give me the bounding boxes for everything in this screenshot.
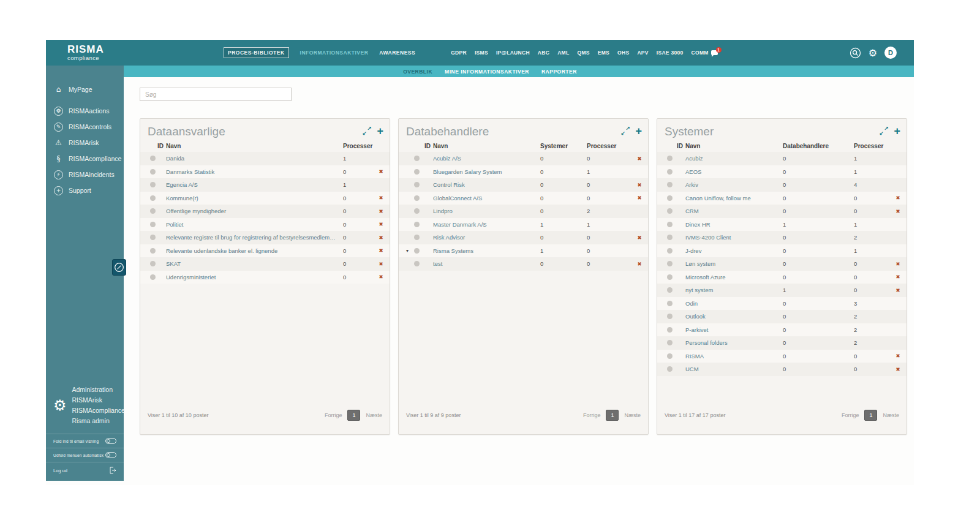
table-row[interactable]: Bluegarden Salary System01 — [399, 165, 648, 179]
subnav-mine-informationsaktiver[interactable]: MINE INFORMATIONSAKTIVER — [445, 69, 529, 75]
delete-icon[interactable]: ✖ — [635, 156, 644, 162]
pagination-next[interactable]: Næste — [366, 412, 382, 418]
delete-icon[interactable]: ✖ — [376, 247, 386, 254]
table-row[interactable]: UCM00✖ — [657, 363, 907, 376]
module-abc[interactable]: ABC — [538, 50, 549, 56]
table-row[interactable]: Arkiv04 — [657, 178, 907, 192]
search-input[interactable] — [140, 88, 292, 101]
sidebar-item-rismacontrols[interactable]: ✎RISMAcontrols — [46, 119, 124, 135]
delete-icon[interactable]: ✖ — [893, 366, 903, 372]
subnav-rapporter[interactable]: RAPPORTER — [541, 69, 577, 75]
delete-icon[interactable]: ✖ — [376, 168, 386, 175]
module-isae-3000[interactable]: ISAE 3000 — [657, 50, 684, 56]
table-row[interactable]: Politiet0✖ — [140, 218, 390, 232]
row-name-link[interactable]: Relevante udenlandske banker el. lignend… — [166, 247, 343, 254]
module-qms[interactable]: QMS — [577, 50, 589, 56]
add-button[interactable]: + — [635, 127, 642, 135]
expand-icon[interactable]: ↗↙ — [621, 127, 629, 135]
table-row[interactable]: Microsoft Azure00✖ — [657, 271, 907, 284]
table-row[interactable]: Risk Advisor00✖ — [399, 231, 648, 244]
table-row[interactable]: Lindpro02 — [399, 205, 648, 218]
sidebar-item-support[interactable]: +Support — [46, 183, 124, 198]
delete-icon[interactable]: ✖ — [635, 182, 644, 188]
pagination-next[interactable]: Næste — [883, 412, 899, 418]
table-row[interactable]: Egencia A/S1 — [140, 178, 390, 192]
pagination-page[interactable]: 1 — [606, 410, 619, 421]
row-name-link[interactable]: Risma Systems — [433, 247, 540, 254]
row-name-link[interactable]: Bluegarden Salary System — [433, 168, 540, 175]
module-ohs[interactable]: OHS — [617, 50, 629, 56]
table-row[interactable]: Danmarks Statistik0✖ — [140, 165, 390, 179]
row-name-link[interactable]: Lindpro — [433, 208, 540, 214]
row-name-link[interactable]: Canon Uniflow, follow me — [685, 195, 783, 201]
delete-icon[interactable]: ✖ — [635, 261, 644, 267]
chevron-down-icon[interactable]: ▾ — [406, 248, 412, 254]
row-name-link[interactable]: Outlook — [685, 313, 783, 320]
row-name-link[interactable]: GlobalConnect A/S — [433, 195, 540, 201]
delete-icon[interactable]: ✖ — [376, 235, 386, 241]
module-aml[interactable]: AML — [557, 50, 569, 56]
table-row[interactable]: RISMA00✖ — [657, 350, 907, 363]
row-name-link[interactable]: Dinex HR — [685, 221, 783, 228]
search-icon[interactable] — [850, 47, 861, 59]
table-row[interactable]: Danida1 — [140, 152, 390, 165]
module-ems[interactable]: EMS — [598, 50, 609, 56]
subnav-overblik[interactable]: OVERBLIK — [403, 69, 432, 75]
table-row[interactable]: Løn system00✖ — [657, 257, 907, 271]
delete-icon[interactable]: ✖ — [376, 221, 386, 227]
sidebar-item-rismaincidents[interactable]: ⚡RISMAincidents — [46, 167, 124, 183]
delete-icon[interactable]: ✖ — [893, 274, 903, 280]
expand-icon[interactable]: ↗↙ — [363, 127, 371, 135]
admin-link-rismarisk[interactable]: RISMArisk — [72, 395, 125, 405]
table-row[interactable]: Dinex HR11 — [657, 218, 907, 232]
row-name-link[interactable]: Kommune(r) — [166, 195, 343, 201]
row-name-link[interactable]: IVMS-4200 Client — [685, 234, 783, 241]
table-row[interactable]: SKAT0✖ — [140, 257, 390, 271]
nav-proces-bibliotek[interactable]: PROCES-BIBLIOTEK — [224, 47, 289, 58]
nav-informationsaktiver[interactable]: INFORMATIONSAKTIVER — [300, 50, 369, 56]
app-logo[interactable]: RISMA compliance — [67, 44, 141, 61]
sidebar-item-mypage[interactable]: ⌂MyPage — [46, 81, 124, 97]
table-row[interactable]: test00✖ — [399, 257, 648, 271]
row-name-link[interactable]: Danmarks Statistik — [166, 168, 343, 175]
table-row[interactable]: P-arkivet02 — [657, 323, 907, 337]
table-row[interactable]: Relevante registre til brug for registre… — [140, 231, 390, 244]
table-row[interactable]: Outlook02 — [657, 310, 907, 323]
module-gdpr[interactable]: GDPR — [451, 50, 467, 56]
row-name-link[interactable]: Acubiz A/S — [433, 155, 540, 162]
row-name-link[interactable]: Egencia A/S — [166, 181, 343, 188]
row-name-link[interactable]: Arkiv — [685, 181, 783, 188]
table-row[interactable]: Acubiz A/S00✖ — [399, 152, 648, 165]
module-apv[interactable]: APV — [637, 50, 648, 56]
table-row[interactable]: CRM00✖ — [657, 205, 907, 218]
delete-icon[interactable]: ✖ — [893, 353, 903, 359]
table-row[interactable]: Kommune(r)0✖ — [140, 192, 390, 205]
avatar[interactable]: D — [884, 47, 897, 59]
row-name-link[interactable]: Offentlige myndigheder — [166, 208, 343, 214]
table-row[interactable]: Control Risk00✖ — [399, 178, 648, 192]
chat-bubble-icon[interactable]: 1 — [711, 50, 718, 55]
row-name-link[interactable]: test — [433, 260, 540, 267]
table-row[interactable]: Odin03 — [657, 297, 907, 311]
row-name-link[interactable]: Danida — [166, 155, 343, 162]
row-name-link[interactable]: Personal folders — [685, 339, 783, 346]
table-row[interactable]: IVMS-4200 Client02 — [657, 231, 907, 244]
row-name-link[interactable]: RISMA — [685, 353, 783, 360]
row-name-link[interactable]: J-drev — [685, 247, 783, 254]
admin-link-risma-admin[interactable]: Risma admin — [72, 416, 125, 426]
table-row[interactable]: Canon Uniflow, follow me00✖ — [657, 192, 907, 205]
logout-button[interactable]: Log ud — [46, 462, 124, 476]
admin-link-administration[interactable]: Administration — [72, 385, 125, 395]
row-name-link[interactable]: UCM — [685, 366, 783, 372]
row-name-link[interactable]: CRM — [685, 208, 783, 214]
row-name-link[interactable]: Microsoft Azure — [685, 274, 783, 281]
delete-icon[interactable]: ✖ — [376, 274, 386, 280]
row-name-link[interactable]: Løn system — [685, 260, 783, 267]
table-row[interactable]: Master Danmark A/S11 — [399, 218, 648, 232]
delete-icon[interactable]: ✖ — [893, 195, 903, 201]
table-row[interactable]: Udenrigsministeriet0✖ — [140, 271, 390, 284]
table-row[interactable]: Relevante udenlandske banker el. lignend… — [140, 244, 390, 258]
row-name-link[interactable]: AEOS — [685, 168, 783, 175]
sidebar-item-rismacompliance[interactable]: §RISMAcompliance — [46, 151, 124, 167]
nav-awareness[interactable]: AWARENESS — [379, 50, 415, 56]
